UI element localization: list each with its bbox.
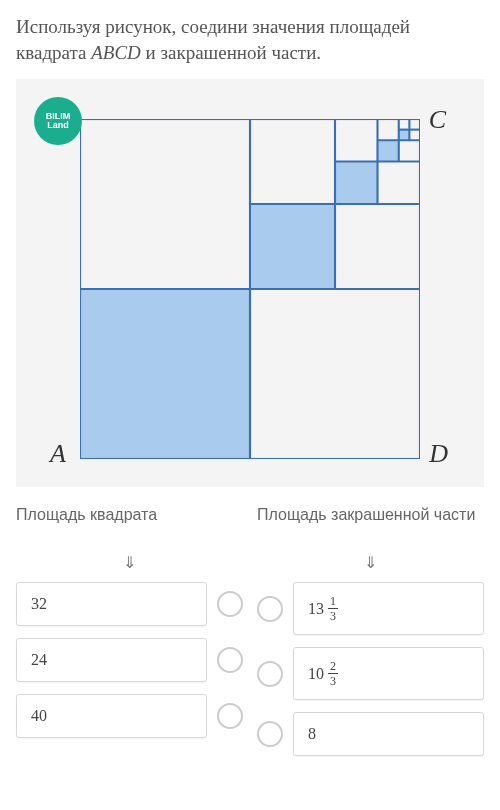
- frac-den: 3: [330, 609, 336, 622]
- fraction: 10 2 3: [308, 660, 338, 687]
- frac-den: 3: [330, 674, 336, 687]
- matching-columns: Площадь квадрата ⇓ 32 24 40 Площадь закр…: [16, 505, 484, 768]
- vertex-C: C: [429, 105, 446, 135]
- left-option-3[interactable]: 40: [16, 694, 207, 738]
- vertex-D: D: [429, 439, 448, 469]
- right-option-3[interactable]: 8: [293, 712, 484, 756]
- left-option-row: 32: [16, 582, 243, 626]
- vertex-A: A: [50, 439, 66, 469]
- right-option-row: 8: [257, 712, 484, 756]
- left-header: Площадь квадрата: [16, 505, 243, 549]
- left-arrow: ⇓: [16, 553, 243, 572]
- right-header: Площадь закрашенной части: [257, 505, 484, 549]
- right-option-row: 13 1 3: [257, 582, 484, 635]
- svg-rect-0: [80, 289, 250, 459]
- svg-rect-3: [378, 141, 399, 162]
- right-connector-3[interactable]: [257, 721, 283, 747]
- fraction: 13 1 3: [308, 595, 338, 622]
- left-connector-3[interactable]: [217, 703, 243, 729]
- left-connector-2[interactable]: [217, 647, 243, 673]
- left-column: Площадь квадрата ⇓ 32 24 40: [16, 505, 243, 768]
- svg-rect-2: [335, 162, 378, 205]
- question-text: Используя рисунок, соедини значения площ…: [16, 14, 484, 65]
- left-option-row: 40: [16, 694, 243, 738]
- bilim-logo: BILIM Land: [34, 97, 82, 145]
- question-math: ABCD: [91, 42, 141, 63]
- svg-rect-1: [250, 204, 335, 289]
- frac-whole: 13: [308, 600, 324, 618]
- question-suffix: и закрашенной части.: [141, 42, 321, 63]
- left-connector-1[interactable]: [217, 591, 243, 617]
- right-column: Площадь закрашенной части ⇓ 13 1 3 10: [257, 505, 484, 768]
- right-connector-2[interactable]: [257, 661, 283, 687]
- frac-num: 2: [328, 660, 338, 674]
- frac-stack: 1 3: [328, 595, 338, 622]
- left-option-1[interactable]: 32: [16, 582, 207, 626]
- right-connector-1[interactable]: [257, 596, 283, 622]
- badge-line2: Land: [47, 121, 69, 130]
- right-option-1[interactable]: 13 1 3: [293, 582, 484, 635]
- left-option-2[interactable]: 24: [16, 638, 207, 682]
- frac-whole: 10: [308, 665, 324, 683]
- svg-rect-4: [399, 130, 410, 141]
- square-diagram: [80, 119, 420, 459]
- square-wrapper: B C A D: [80, 119, 420, 459]
- frac-num: 1: [328, 595, 338, 609]
- left-option-row: 24: [16, 638, 243, 682]
- right-option-row: 10 2 3: [257, 647, 484, 700]
- right-arrow: ⇓: [257, 553, 484, 572]
- frac-stack: 2 3: [328, 660, 338, 687]
- diagram-container: BILIM Land B C A D: [16, 79, 484, 487]
- right-option-2[interactable]: 10 2 3: [293, 647, 484, 700]
